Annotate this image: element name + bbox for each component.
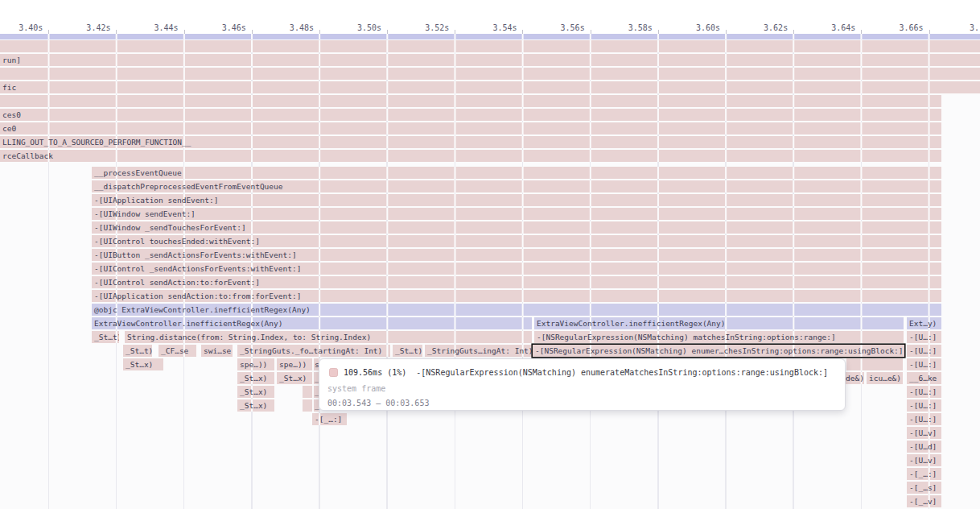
ruler-tick-mark xyxy=(861,30,862,34)
tooltip-time-range: 00:03.543 — 00:03.653 xyxy=(327,398,837,408)
ruler-tick-mark xyxy=(116,30,117,34)
flame-bar-label: spe…)) xyxy=(277,358,312,370)
flame-chart-canvas[interactable]: run]ficces0ce0LLING_OUT_TO_A_SOURCE0_PER… xyxy=(0,34,980,509)
ruler-time-label: 3.42s xyxy=(65,23,110,33)
flame-bar[interactable]: ExtraViewController.inefficientRegex(Any… xyxy=(534,317,904,329)
flame-bar-label: __dispatchPreprocessedEventFromEventQueu… xyxy=(92,180,941,192)
flame-bar[interactable]: -[U…:] xyxy=(907,331,941,343)
flame-bar[interactable]: -[UIWindow sendEvent:] xyxy=(92,208,941,220)
flame-bar[interactable]: fic xyxy=(0,81,980,93)
time-ruler[interactable]: 3.40s3.42s3.44s3.46s3.48s3.50s3.52s3.54s… xyxy=(0,23,980,34)
flame-bar-label: _CF…se xyxy=(159,345,196,357)
flame-bar[interactable]: -[UIWindow _sendTouchesForEvent:] xyxy=(92,221,941,234)
flame-bar-label: LLING_OUT_TO_A_SOURCE0_PERFORM_FUNCTION_… xyxy=(0,136,941,148)
flame-bar-label: _St…x) xyxy=(237,386,274,398)
flame-bar[interactable]: -[U…v] xyxy=(907,427,941,439)
flame-bar[interactable]: -[U…v] xyxy=(907,454,941,466)
tooltip-symbol: -[NSRegularExpression(NSMatching) enumer… xyxy=(416,368,828,377)
flame-bar[interactable]: _St…t) xyxy=(393,345,422,357)
flame-bar[interactable]: __processEventQueue xyxy=(92,167,941,179)
flame-bar[interactable]: -[_…:] xyxy=(312,413,347,425)
flame-bar[interactable]: -[UIApplication sendAction:to:from:forEv… xyxy=(92,290,941,302)
flame-bar[interactable]: -[U…:] xyxy=(907,358,941,370)
flame-bar[interactable]: String.distance(from: String.Index, to: … xyxy=(125,331,532,343)
frame-tooltip: 109.56ms (1%) -[NSRegularExpression(NSMa… xyxy=(319,358,846,411)
flame-bar-label: -[U…v] xyxy=(907,454,941,466)
flame-bar-label: -[U…:] xyxy=(907,358,941,370)
flame-bar[interactable]: -[UIApplication sendEvent:] xyxy=(92,194,941,206)
flame-bar-label: __processEventQueue xyxy=(92,167,941,179)
flame-bar[interactable]: swi…se xyxy=(201,345,233,357)
flame-bar[interactable]: de&) xyxy=(845,372,864,384)
flame-bar[interactable]: LLING_OUT_TO_A_SOURCE0_PERFORM_FUNCTION_… xyxy=(0,136,941,148)
flame-bar[interactable] xyxy=(303,399,312,412)
flame-bar-label: -[_…v] xyxy=(907,495,941,507)
flame-bar[interactable]: -[U…d] xyxy=(907,441,941,453)
flame-bar[interactable]: -[UIControl sendAction:to:forEvent:] xyxy=(92,276,941,288)
flame-bar[interactable]: spe…)) xyxy=(237,358,274,370)
flame-bar[interactable]: _St…t) xyxy=(123,345,152,357)
flame-bar[interactable]: -[_…v] xyxy=(907,495,941,507)
flame-bar[interactable]: _St…x) xyxy=(123,358,163,370)
flame-bar[interactable] xyxy=(0,40,980,52)
flame-bar[interactable]: __dispatchPreprocessedEventFromEventQueu… xyxy=(92,180,941,192)
flame-bar[interactable]: _CF…se xyxy=(159,345,196,357)
flame-bar[interactable]: -[UIButton _sendActionsForEvents:withEve… xyxy=(92,249,941,261)
ruler-tick-mark xyxy=(48,30,49,34)
ruler-time-label: 3.50s xyxy=(336,23,381,33)
flame-bar[interactable] xyxy=(0,95,941,107)
flame-bar-label: _St…t) xyxy=(92,331,119,343)
flame-bar[interactable]: rceCallback xyxy=(0,150,941,162)
ruler-tick-mark xyxy=(793,30,794,34)
flame-bar[interactable]: ces0 xyxy=(0,109,941,121)
flame-bar[interactable]: icu…e&) xyxy=(867,372,903,384)
flame-bar[interactable]: -[U…:] xyxy=(907,399,941,412)
flame-bar-label: -[U…:] xyxy=(907,345,941,357)
flame-bar[interactable]: Ext…y) xyxy=(907,317,941,329)
flame-bar[interactable]: -[UIControl touchesEnded:withEvent:] xyxy=(92,235,941,247)
flame-bar[interactable]: _StringGuts…ingAt: Int) xyxy=(425,345,532,357)
flame-bar[interactable]: -[_…:] xyxy=(907,468,941,480)
tooltip-note: system frame xyxy=(327,383,837,394)
flame-bar-label: -[U…d] xyxy=(907,441,941,453)
flame-bar[interactable]: run] xyxy=(0,54,980,66)
flame-bar[interactable]: @objc ExtraViewController.inefficientReg… xyxy=(92,304,941,316)
ruler-tick-mark xyxy=(184,30,185,34)
flame-bar[interactable] xyxy=(846,358,903,370)
ruler-time-label-partial: 3. xyxy=(970,23,980,33)
flame-bar[interactable]: -[U…:] xyxy=(907,413,941,425)
flame-bar-label: run] xyxy=(0,54,980,66)
flame-bar[interactable]: -[U…:] xyxy=(907,345,941,357)
ruler-time-label: 3.46s xyxy=(201,23,246,33)
flame-bar[interactable]: _St…t) xyxy=(92,331,119,343)
flame-bar-label: -[U…:] xyxy=(907,331,941,343)
flame-bar[interactable]: _StringGuts._fo…tartingAt: Int) xyxy=(237,345,390,357)
flame-bar[interactable]: _St…x) xyxy=(237,399,274,412)
flame-bar-label: ces0 xyxy=(0,109,941,121)
flame-bar-selected[interactable]: -[NSRegularExpression(NSMatching) enumer… xyxy=(533,345,904,357)
flame-bar[interactable] xyxy=(303,386,312,398)
flame-bar[interactable]: _St…x) xyxy=(277,372,312,384)
ruler-time-label: 3.58s xyxy=(607,23,653,33)
flame-bar-label: spe…)) xyxy=(237,358,274,370)
tooltip-duration: 109.56ms (1%) xyxy=(344,368,406,377)
flame-bar[interactable] xyxy=(0,68,980,80)
flame-bar[interactable]: __6…ke xyxy=(907,372,941,384)
flame-bar[interactable]: spe…)) xyxy=(277,358,312,370)
ruler-time-label: 3.56s xyxy=(540,23,585,33)
flame-bar[interactable]: -[UIControl _sendActionsForEvents:withEv… xyxy=(92,263,941,275)
flame-bar-label: -[_…:] xyxy=(312,413,347,425)
flame-bar-label: String.distance(from: String.Index, to: … xyxy=(125,331,532,343)
flame-bar[interactable]: _St…x) xyxy=(237,372,274,384)
flame-bar[interactable]: -[_…s] xyxy=(907,482,941,494)
flame-bar-label: -[U…v] xyxy=(907,427,941,439)
flame-bar[interactable]: ce0 xyxy=(0,122,941,134)
flame-bar[interactable]: -[NSRegularExpression(NSMatching) matche… xyxy=(534,331,904,343)
ruler-tick-mark xyxy=(455,30,455,34)
flame-bar[interactable]: ExtraViewController.inefficientRegex(Any… xyxy=(92,317,532,329)
flame-bar-label: rceCallback xyxy=(0,150,941,162)
ruler-selection-strip[interactable] xyxy=(0,34,980,39)
flame-bar[interactable]: -[U…:] xyxy=(907,386,941,398)
flame-bar[interactable]: _St…x) xyxy=(237,386,274,398)
flame-bar-label: _St…t) xyxy=(393,345,422,357)
